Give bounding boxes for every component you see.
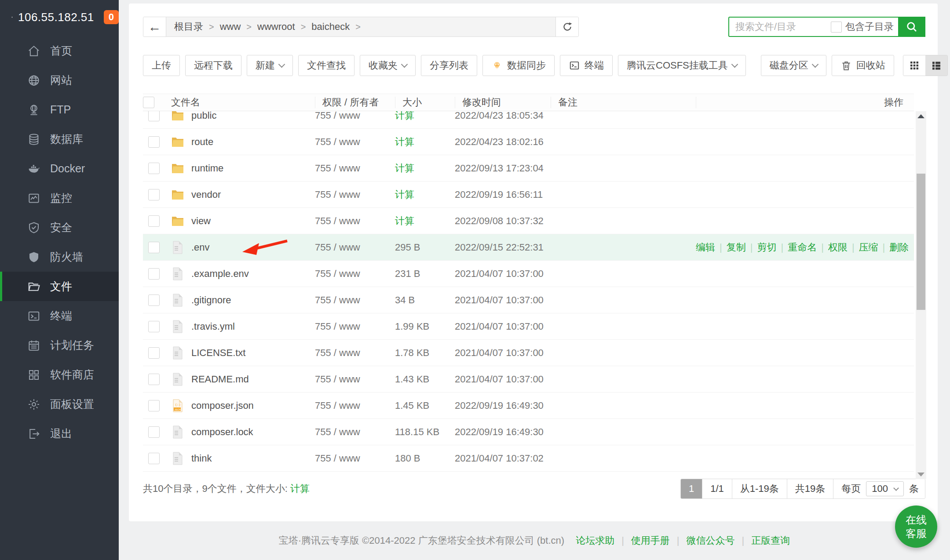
remote-download-button[interactable]: 远程下载 [185, 55, 241, 76]
breadcrumb-segment[interactable]: www [220, 21, 241, 33]
breadcrumb-segment[interactable]: 根目录 [174, 20, 203, 33]
sidebar-item-home[interactable]: 首页 [0, 36, 119, 65]
file-name[interactable]: view [191, 215, 211, 227]
row-checkbox[interactable] [148, 268, 160, 280]
table-row[interactable]: README.md 755 / www 1.43 KB 2021/04/07 1… [143, 366, 914, 393]
row-checkbox[interactable] [148, 321, 160, 332]
calc-size-link[interactable]: 计算 [290, 483, 310, 494]
breadcrumb-segment[interactable]: wwwroot [257, 21, 295, 33]
row-checkbox[interactable] [148, 374, 160, 385]
scrollbar-up-arrow[interactable] [916, 111, 926, 121]
sidebar-item-monitor[interactable]: 监控 [0, 183, 119, 213]
search-button[interactable] [898, 17, 925, 37]
sidebar-item-firewall[interactable]: 防火墙 [0, 242, 119, 272]
find-button[interactable]: 文件查找 [298, 55, 354, 76]
search-input[interactable] [729, 21, 831, 33]
file-name[interactable]: .env [191, 242, 210, 253]
sidebar-item-database[interactable]: 数据库 [0, 124, 119, 154]
table-row[interactable]: .env 755 / www 295 B 2022/09/15 22:52:31… [143, 234, 914, 261]
scrollbar-down-arrow[interactable] [916, 469, 926, 479]
row-checkbox[interactable] [148, 242, 160, 253]
row-checkbox[interactable] [148, 347, 160, 359]
column-header-name[interactable]: 文件名 [171, 96, 315, 109]
sidebar-item-logout[interactable]: 退出 [0, 419, 119, 448]
file-name[interactable]: public [191, 111, 216, 121]
table-scrollbar[interactable] [916, 111, 926, 479]
file-name[interactable]: runtime [191, 163, 223, 174]
row-action[interactable]: 压缩 [859, 242, 878, 253]
include-subdir-checkbox[interactable] [831, 22, 842, 33]
row-checkbox[interactable] [148, 215, 160, 227]
table-row[interactable]: view 755 / www 计算 2022/09/08 10:37:32 [143, 208, 914, 234]
row-action[interactable]: 复制 [727, 242, 746, 253]
table-row[interactable]: .example.env 755 / www 231 B 2021/04/07 … [143, 261, 914, 287]
row-checkbox[interactable] [148, 111, 160, 121]
sidebar-item-appstore[interactable]: 软件商店 [0, 360, 119, 389]
sidebar-item-security[interactable]: 安全 [0, 213, 119, 242]
calc-size-link[interactable]: 计算 [395, 111, 414, 121]
sidebar-item-files[interactable]: 文件 [0, 272, 119, 301]
sidebar-item-site[interactable]: 网站 [0, 65, 119, 95]
row-checkbox[interactable] [148, 400, 160, 411]
calc-size-link[interactable]: 计算 [395, 189, 414, 200]
page-number-current[interactable]: 1 [681, 479, 702, 498]
file-name[interactable]: README.md [191, 374, 249, 385]
table-row[interactable]: think 755 / www 180 B 2021/04/07 10:37:0… [143, 445, 914, 472]
row-action[interactable]: 编辑 [696, 242, 715, 253]
row-checkbox[interactable] [148, 295, 160, 306]
file-name[interactable]: .example.env [191, 268, 249, 280]
footer-link[interactable]: 论坛求助 [576, 535, 614, 546]
refresh-button[interactable] [555, 17, 578, 36]
grid-view-button[interactable] [903, 55, 925, 76]
file-name[interactable]: think [191, 453, 212, 464]
file-name[interactable]: composer.json [191, 400, 254, 411]
online-support-button[interactable]: 在线 客服 [895, 505, 937, 548]
file-name[interactable]: .travis.yml [191, 321, 235, 332]
file-name[interactable]: composer.lock [191, 426, 253, 438]
table-row[interactable]: public 755 / www 计算 2022/04/23 18:05:34 [143, 111, 914, 129]
message-count-badge[interactable]: 0 [104, 10, 119, 24]
row-checkbox[interactable] [148, 426, 160, 438]
footer-link[interactable]: 正版查询 [751, 535, 790, 546]
table-row[interactable]: {:}JSONcomposer.json 755 / www 1.45 KB 2… [143, 393, 914, 419]
breadcrumb-segment[interactable]: baicheck [311, 21, 350, 33]
sidebar-item-settings[interactable]: 面板设置 [0, 389, 119, 419]
back-button[interactable]: ← [143, 17, 166, 36]
favorites-button[interactable]: 收藏夹 [360, 55, 416, 76]
column-header-size[interactable]: 大小 [395, 97, 455, 108]
column-header-note[interactable]: 备注 [551, 97, 696, 108]
table-row[interactable]: route 755 / www 计算 2022/04/23 18:02:16 [143, 129, 914, 155]
share-list-button[interactable]: 分享列表 [421, 55, 477, 76]
upload-button[interactable]: 上传 [143, 55, 180, 76]
scrollbar-thumb[interactable] [917, 174, 925, 310]
select-all-checkbox[interactable] [143, 97, 154, 108]
recycle-bin-button[interactable]: 回收站 [832, 55, 894, 76]
terminal-button[interactable]: 终端 [560, 55, 613, 76]
file-name[interactable]: vendor [191, 189, 221, 200]
column-header-mtime[interactable]: 修改时间 [455, 97, 551, 108]
row-action[interactable]: 剪切 [757, 242, 776, 253]
table-row[interactable]: .travis.yml 755 / www 1.99 KB 2021/04/07… [143, 313, 914, 340]
calc-size-link[interactable]: 计算 [395, 136, 414, 147]
table-row[interactable]: runtime 755 / www 计算 2022/09/13 17:23:04 [143, 155, 914, 182]
row-checkbox[interactable] [148, 453, 160, 464]
table-row[interactable]: LICENSE.txt 755 / www 1.78 KB 2021/04/07… [143, 340, 914, 366]
file-name[interactable]: LICENSE.txt [191, 347, 245, 359]
list-view-button[interactable] [925, 55, 947, 76]
sidebar-item-cron[interactable]: 计划任务 [0, 331, 119, 360]
calc-size-link[interactable]: 计算 [395, 163, 414, 174]
row-action[interactable]: 重命名 [788, 242, 817, 253]
cosfs-button[interactable]: 腾讯云COSFS挂载工具 [618, 55, 746, 76]
sidebar-item-ftp[interactable]: FTP [0, 95, 119, 124]
new-button[interactable]: 新建 [247, 55, 293, 76]
column-header-perm[interactable]: 权限 / 所有者 [315, 97, 395, 108]
footer-link[interactable]: 微信公众号 [687, 535, 735, 546]
per-page-select[interactable]: 100 [866, 481, 904, 496]
footer-link[interactable]: 使用手册 [631, 535, 670, 546]
row-checkbox[interactable] [148, 163, 160, 174]
row-action[interactable]: 权限 [828, 242, 848, 253]
row-checkbox[interactable] [148, 189, 160, 200]
sidebar-item-terminal[interactable]: 终端 [0, 301, 119, 331]
calc-size-link[interactable]: 计算 [395, 215, 414, 226]
sidebar-item-docker[interactable]: Docker [0, 154, 119, 183]
